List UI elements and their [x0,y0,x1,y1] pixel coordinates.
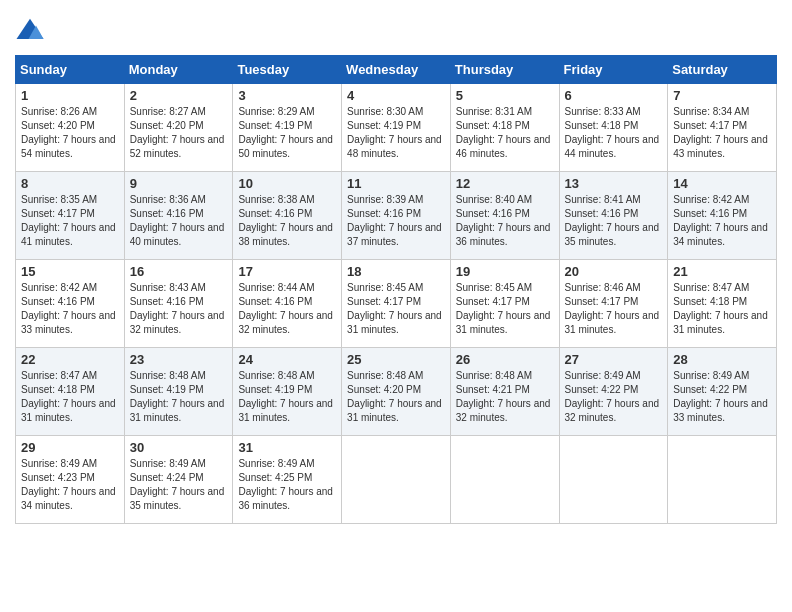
calendar-cell: 25 Sunrise: 8:48 AMSunset: 4:20 PMDaylig… [342,348,451,436]
calendar-cell: 16 Sunrise: 8:43 AMSunset: 4:16 PMDaylig… [124,260,233,348]
calendar-cell: 21 Sunrise: 8:47 AMSunset: 4:18 PMDaylig… [668,260,777,348]
day-number: 24 [238,352,336,367]
calendar-cell: 7 Sunrise: 8:34 AMSunset: 4:17 PMDayligh… [668,84,777,172]
cell-info: Sunrise: 8:40 AMSunset: 4:16 PMDaylight:… [456,194,551,247]
calendar-cell: 20 Sunrise: 8:46 AMSunset: 4:17 PMDaylig… [559,260,668,348]
calendar-cell: 4 Sunrise: 8:30 AMSunset: 4:19 PMDayligh… [342,84,451,172]
calendar-cell [559,436,668,524]
calendar-week: 22 Sunrise: 8:47 AMSunset: 4:18 PMDaylig… [16,348,777,436]
calendar-cell: 6 Sunrise: 8:33 AMSunset: 4:18 PMDayligh… [559,84,668,172]
day-number: 20 [565,264,663,279]
calendar-header: SundayMondayTuesdayWednesdayThursdayFrid… [16,56,777,84]
day-number: 28 [673,352,771,367]
cell-info: Sunrise: 8:45 AMSunset: 4:17 PMDaylight:… [347,282,442,335]
calendar-cell: 3 Sunrise: 8:29 AMSunset: 4:19 PMDayligh… [233,84,342,172]
calendar-cell: 26 Sunrise: 8:48 AMSunset: 4:21 PMDaylig… [450,348,559,436]
cell-info: Sunrise: 8:49 AMSunset: 4:22 PMDaylight:… [673,370,768,423]
header-day: Thursday [450,56,559,84]
day-number: 1 [21,88,119,103]
header-day: Friday [559,56,668,84]
day-number: 13 [565,176,663,191]
calendar-cell: 10 Sunrise: 8:38 AMSunset: 4:16 PMDaylig… [233,172,342,260]
calendar-cell [342,436,451,524]
cell-info: Sunrise: 8:34 AMSunset: 4:17 PMDaylight:… [673,106,768,159]
cell-info: Sunrise: 8:46 AMSunset: 4:17 PMDaylight:… [565,282,660,335]
day-number: 19 [456,264,554,279]
calendar-cell: 29 Sunrise: 8:49 AMSunset: 4:23 PMDaylig… [16,436,125,524]
calendar-cell: 1 Sunrise: 8:26 AMSunset: 4:20 PMDayligh… [16,84,125,172]
calendar-cell: 18 Sunrise: 8:45 AMSunset: 4:17 PMDaylig… [342,260,451,348]
calendar-cell: 14 Sunrise: 8:42 AMSunset: 4:16 PMDaylig… [668,172,777,260]
calendar-cell: 30 Sunrise: 8:49 AMSunset: 4:24 PMDaylig… [124,436,233,524]
calendar-cell: 17 Sunrise: 8:44 AMSunset: 4:16 PMDaylig… [233,260,342,348]
cell-info: Sunrise: 8:45 AMSunset: 4:17 PMDaylight:… [456,282,551,335]
cell-info: Sunrise: 8:26 AMSunset: 4:20 PMDaylight:… [21,106,116,159]
day-number: 3 [238,88,336,103]
day-number: 14 [673,176,771,191]
cell-info: Sunrise: 8:36 AMSunset: 4:16 PMDaylight:… [130,194,225,247]
calendar-cell: 13 Sunrise: 8:41 AMSunset: 4:16 PMDaylig… [559,172,668,260]
calendar-cell: 8 Sunrise: 8:35 AMSunset: 4:17 PMDayligh… [16,172,125,260]
cell-info: Sunrise: 8:27 AMSunset: 4:20 PMDaylight:… [130,106,225,159]
day-number: 11 [347,176,445,191]
calendar-cell: 9 Sunrise: 8:36 AMSunset: 4:16 PMDayligh… [124,172,233,260]
cell-info: Sunrise: 8:33 AMSunset: 4:18 PMDaylight:… [565,106,660,159]
day-number: 27 [565,352,663,367]
cell-info: Sunrise: 8:29 AMSunset: 4:19 PMDaylight:… [238,106,333,159]
day-number: 7 [673,88,771,103]
calendar-week: 1 Sunrise: 8:26 AMSunset: 4:20 PMDayligh… [16,84,777,172]
day-number: 25 [347,352,445,367]
cell-info: Sunrise: 8:35 AMSunset: 4:17 PMDaylight:… [21,194,116,247]
day-number: 30 [130,440,228,455]
day-number: 18 [347,264,445,279]
calendar-cell: 19 Sunrise: 8:45 AMSunset: 4:17 PMDaylig… [450,260,559,348]
calendar-week: 29 Sunrise: 8:49 AMSunset: 4:23 PMDaylig… [16,436,777,524]
cell-info: Sunrise: 8:38 AMSunset: 4:16 PMDaylight:… [238,194,333,247]
calendar-cell: 2 Sunrise: 8:27 AMSunset: 4:20 PMDayligh… [124,84,233,172]
header-row: SundayMondayTuesdayWednesdayThursdayFrid… [16,56,777,84]
day-number: 21 [673,264,771,279]
header-day: Monday [124,56,233,84]
day-number: 6 [565,88,663,103]
calendar-cell: 31 Sunrise: 8:49 AMSunset: 4:25 PMDaylig… [233,436,342,524]
cell-info: Sunrise: 8:30 AMSunset: 4:19 PMDaylight:… [347,106,442,159]
calendar-cell: 22 Sunrise: 8:47 AMSunset: 4:18 PMDaylig… [16,348,125,436]
cell-info: Sunrise: 8:48 AMSunset: 4:21 PMDaylight:… [456,370,551,423]
calendar-cell [450,436,559,524]
calendar-week: 15 Sunrise: 8:42 AMSunset: 4:16 PMDaylig… [16,260,777,348]
calendar: SundayMondayTuesdayWednesdayThursdayFrid… [15,55,777,524]
calendar-week: 8 Sunrise: 8:35 AMSunset: 4:17 PMDayligh… [16,172,777,260]
calendar-body: 1 Sunrise: 8:26 AMSunset: 4:20 PMDayligh… [16,84,777,524]
cell-info: Sunrise: 8:48 AMSunset: 4:19 PMDaylight:… [130,370,225,423]
day-number: 16 [130,264,228,279]
calendar-cell: 24 Sunrise: 8:48 AMSunset: 4:19 PMDaylig… [233,348,342,436]
day-number: 31 [238,440,336,455]
cell-info: Sunrise: 8:31 AMSunset: 4:18 PMDaylight:… [456,106,551,159]
cell-info: Sunrise: 8:49 AMSunset: 4:23 PMDaylight:… [21,458,116,511]
cell-info: Sunrise: 8:47 AMSunset: 4:18 PMDaylight:… [21,370,116,423]
day-number: 5 [456,88,554,103]
logo-icon [15,15,45,45]
calendar-cell: 15 Sunrise: 8:42 AMSunset: 4:16 PMDaylig… [16,260,125,348]
day-number: 12 [456,176,554,191]
cell-info: Sunrise: 8:41 AMSunset: 4:16 PMDaylight:… [565,194,660,247]
day-number: 4 [347,88,445,103]
cell-info: Sunrise: 8:43 AMSunset: 4:16 PMDaylight:… [130,282,225,335]
day-number: 17 [238,264,336,279]
cell-info: Sunrise: 8:44 AMSunset: 4:16 PMDaylight:… [238,282,333,335]
calendar-cell: 5 Sunrise: 8:31 AMSunset: 4:18 PMDayligh… [450,84,559,172]
calendar-cell: 12 Sunrise: 8:40 AMSunset: 4:16 PMDaylig… [450,172,559,260]
cell-info: Sunrise: 8:42 AMSunset: 4:16 PMDaylight:… [21,282,116,335]
day-number: 8 [21,176,119,191]
day-number: 9 [130,176,228,191]
header-day: Saturday [668,56,777,84]
cell-info: Sunrise: 8:49 AMSunset: 4:25 PMDaylight:… [238,458,333,511]
day-number: 23 [130,352,228,367]
day-number: 29 [21,440,119,455]
header [15,15,777,45]
header-day: Wednesday [342,56,451,84]
cell-info: Sunrise: 8:47 AMSunset: 4:18 PMDaylight:… [673,282,768,335]
calendar-cell [668,436,777,524]
calendar-cell: 11 Sunrise: 8:39 AMSunset: 4:16 PMDaylig… [342,172,451,260]
cell-info: Sunrise: 8:48 AMSunset: 4:19 PMDaylight:… [238,370,333,423]
